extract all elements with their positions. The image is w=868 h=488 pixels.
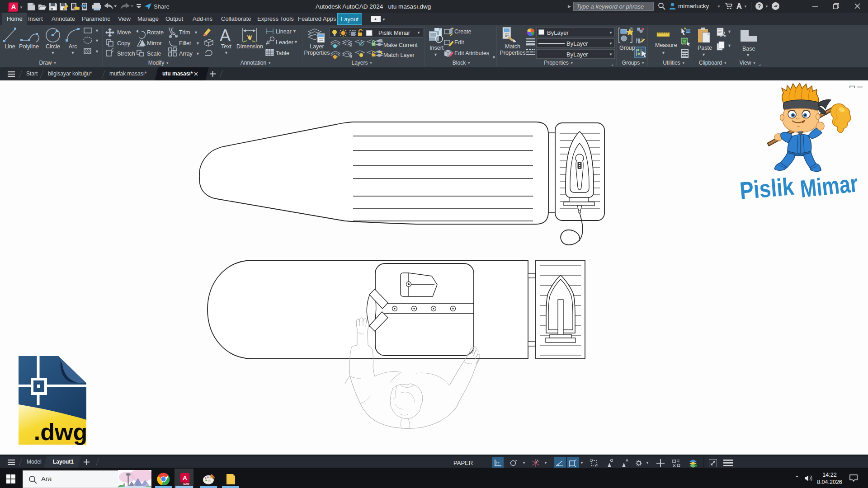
svg-text:▼: ▼	[434, 52, 438, 57]
svg-text:Leader: Leader	[276, 39, 293, 46]
svg-text:Copy: Copy	[117, 40, 131, 47]
svg-text:Line: Line	[5, 43, 15, 50]
svg-text:Stretch: Stretch	[117, 51, 135, 57]
svg-text:Trim: Trim	[179, 29, 190, 36]
svg-text:Circle: Circle	[46, 43, 60, 50]
svg-text:Scale: Scale	[147, 51, 161, 57]
svg-text:▼: ▼	[661, 51, 665, 55]
svg-text:Pislik: Pislik	[739, 173, 796, 204]
svg-text:Mimar: Mimar	[799, 169, 859, 202]
svg-text:▼: ▼	[224, 51, 228, 55]
svg-text:▼: ▼	[194, 30, 198, 35]
svg-text:Table: Table	[276, 50, 289, 56]
svg-text:▼: ▼	[95, 38, 99, 43]
svg-text:Edit: Edit	[454, 39, 464, 46]
svg-text:Rotate: Rotate	[147, 29, 164, 36]
svg-text:Polyline: Polyline	[19, 43, 39, 50]
svg-text:.dwg: .dwg	[34, 419, 87, 445]
svg-text:CAD: CAD	[184, 483, 190, 485]
svg-text:▼: ▼	[51, 51, 55, 55]
svg-text:Edit Attributes: Edit Attributes	[454, 50, 489, 56]
svg-text:▼: ▼	[702, 52, 706, 57]
svg-text:Text: Text	[221, 43, 231, 50]
svg-text:▼: ▼	[294, 40, 298, 44]
svg-text:▼: ▼	[727, 29, 731, 34]
svg-text:Create: Create	[454, 28, 472, 35]
svg-text:?: ?	[758, 3, 761, 9]
svg-text:A: A	[220, 27, 231, 45]
svg-text:Move: Move	[117, 29, 131, 36]
svg-text:Linear: Linear	[276, 28, 292, 35]
svg-text:▼: ▼	[95, 28, 99, 33]
svg-text:Dimension: Dimension	[236, 43, 263, 50]
svg-text:▼: ▼	[292, 29, 297, 33]
svg-text:Measure: Measure	[655, 42, 677, 48]
svg-text:Fillet: Fillet	[179, 40, 191, 47]
svg-text:▼: ▼	[95, 49, 99, 54]
svg-text:▼: ▼	[746, 53, 750, 57]
svg-text:Array: Array	[179, 51, 193, 57]
svg-text:Group: Group	[619, 45, 635, 51]
svg-text:Arc: Arc	[69, 43, 77, 50]
svg-text:Mirror: Mirror	[147, 40, 162, 47]
svg-text:▼: ▼	[727, 43, 731, 48]
svg-text:▼: ▼	[71, 51, 75, 55]
svg-text:Base: Base	[742, 46, 755, 52]
svg-text:Paste: Paste	[698, 45, 712, 51]
svg-text:▼: ▼	[196, 52, 200, 56]
svg-text:A: A	[183, 474, 187, 481]
svg-text:Insert: Insert	[429, 45, 444, 51]
svg-text:▼: ▼	[196, 41, 200, 46]
